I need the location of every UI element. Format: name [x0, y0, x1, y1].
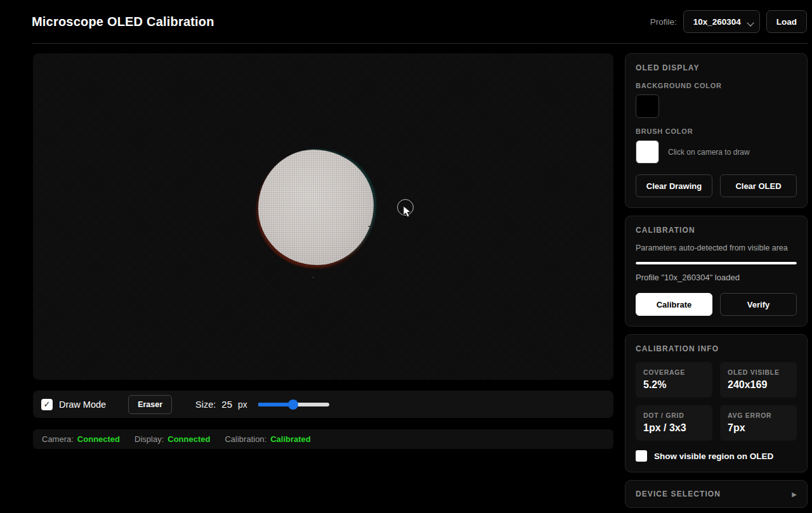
- oled-display-panel: OLED DISPLAY BACKGROUND COLOR BRUSH COLO…: [625, 53, 808, 208]
- mouse-pointer-icon: [403, 205, 412, 218]
- status-value: Calibrated: [270, 434, 311, 444]
- size-label: Size:: [195, 399, 216, 410]
- stats-grid: COVERAGE 5.2% OLED VISIBLE 240x169 DOT /…: [636, 362, 797, 441]
- profile-select-value: 10x_260304: [693, 17, 741, 27]
- stat-avg-error: AVG ERROR 7px: [720, 405, 797, 441]
- profile-label: Profile:: [650, 17, 677, 27]
- page-title: Microscope OLED Calibration: [32, 15, 214, 29]
- status-calibration: Calibration: Calibrated: [225, 434, 310, 444]
- draw-toolbar: ✓ Draw Mode Eraser Size: 25 px: [33, 391, 613, 418]
- status-label: Calibration:: [225, 434, 266, 444]
- show-visible-region-checkbox[interactable]: ✓: [636, 450, 647, 462]
- status-display: Display: Connected: [134, 434, 210, 444]
- stat-label: OLED VISIBLE: [728, 368, 789, 376]
- verify-button[interactable]: Verify: [720, 293, 797, 316]
- stat-value: 5.2%: [643, 379, 705, 391]
- panel-title: DEVICE SELECTION: [636, 490, 721, 498]
- brush-color-swatch[interactable]: [636, 140, 659, 164]
- chevron-right-icon: ▶: [792, 491, 797, 498]
- brush-color-label: BRUSH COLOR: [636, 127, 797, 135]
- brush-size-group: Size: 25 px: [195, 399, 247, 410]
- stat-coverage: COVERAGE 5.2%: [636, 362, 712, 398]
- camera-view[interactable]: [33, 53, 613, 380]
- calibration-progress-fill: [636, 262, 797, 264]
- clear-drawing-button[interactable]: Clear Drawing: [636, 174, 712, 197]
- status-label: Camera:: [42, 434, 74, 444]
- show-visible-region-label: Show visible region on OLED: [654, 451, 773, 461]
- size-value: 25: [221, 399, 232, 410]
- header-divider: [32, 43, 808, 44]
- eraser-button[interactable]: Eraser: [128, 395, 172, 414]
- status-value: Connected: [77, 434, 120, 444]
- device-selection-panel[interactable]: DEVICE SELECTION ▶: [625, 480, 808, 508]
- brush-hint: Click on camera to draw: [668, 148, 750, 157]
- calibration-info-panel: CALIBRATION INFO COVERAGE 5.2% OLED VISI…: [625, 334, 808, 472]
- panel-title: CALIBRATION: [636, 226, 797, 235]
- status-bar: Camera: Connected Display: Connected Cal…: [33, 429, 613, 449]
- header-controls: Profile: 10x_260304 Load: [650, 10, 807, 33]
- stat-value: 240x169: [728, 379, 789, 391]
- panel-title: CALIBRATION INFO: [636, 344, 797, 353]
- background-color-swatch[interactable]: [636, 94, 659, 118]
- stat-label: DOT / GRID: [643, 412, 705, 419]
- background-color-label: BACKGROUND COLOR: [636, 82, 797, 89]
- stat-value: 1px / 3x3: [643, 422, 705, 434]
- panel-title: OLED DISPLAY: [636, 63, 797, 72]
- microscope-oled-blob: [258, 150, 374, 265]
- draw-mode-checkbox[interactable]: ✓: [41, 399, 53, 410]
- brush-color-row: Click on camera to draw: [636, 140, 797, 164]
- stat-label: AVG ERROR: [728, 412, 789, 419]
- status-label: Display:: [134, 434, 164, 444]
- slider-thumb[interactable]: [288, 399, 298, 410]
- calibrate-button[interactable]: Calibrate: [636, 293, 712, 316]
- stat-label: COVERAGE: [643, 368, 705, 376]
- calibration-progress: [636, 262, 797, 264]
- profile-select[interactable]: 10x_260304: [683, 10, 760, 33]
- calibration-description: Parameters auto-detected from visible ar…: [636, 244, 797, 252]
- status-value: Connected: [167, 434, 210, 444]
- header: Microscope OLED Calibration Profile: 10x…: [0, 0, 812, 43]
- draw-mode-label: Draw Mode: [59, 399, 106, 410]
- show-visible-region-row: ✓ Show visible region on OLED: [636, 450, 797, 462]
- stat-value: 7px: [728, 422, 789, 434]
- size-unit: px: [238, 399, 247, 410]
- chevron-down-icon: [748, 22, 754, 27]
- stat-oled-visible: OLED VISIBLE 240x169: [720, 362, 797, 398]
- blob-speck: [368, 226, 370, 227]
- calibration-status-text: Profile "10x_260304" loaded: [636, 273, 797, 282]
- brush-size-slider[interactable]: [258, 403, 329, 406]
- clear-oled-button[interactable]: Clear OLED: [720, 174, 797, 197]
- stat-dot-grid: DOT / GRID 1px / 3x3: [636, 405, 712, 441]
- load-button[interactable]: Load: [766, 10, 807, 33]
- status-camera: Camera: Connected: [42, 434, 120, 444]
- blob-speck: [312, 276, 314, 278]
- calibration-panel: CALIBRATION Parameters auto-detected fro…: [625, 216, 808, 327]
